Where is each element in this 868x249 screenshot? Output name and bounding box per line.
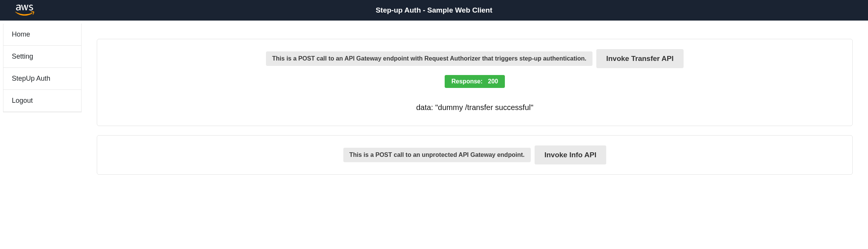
sidebar-item-label: Home [12,30,30,38]
sidebar-item-setting[interactable]: Setting [3,46,81,68]
app-header: Step-up Auth - Sample Web Client [0,0,868,21]
invoke-info-api-button[interactable]: Invoke Info API [535,145,607,164]
transfer-api-card: This is a POST call to an API Gateway en… [97,39,853,126]
main-content: This is a POST call to an API Gateway en… [97,24,868,184]
sidebar-item-label: Logout [12,97,33,104]
info-api-card: This is a POST call to an unprotected AP… [97,135,853,175]
sidebar-item-stepup-auth[interactable]: StepUp Auth [3,68,81,90]
sidebar-item-home[interactable]: Home [3,24,81,46]
response-code: 200 [488,78,498,85]
response-row: Response: 200 [109,68,841,88]
sidebar-item-label: StepUp Auth [12,75,50,82]
invoke-transfer-api-button[interactable]: Invoke Transfer API [596,49,684,68]
api-description: This is a POST call to an API Gateway en… [266,51,593,66]
sidebar-item-logout[interactable]: Logout [3,90,81,112]
card-row: This is a POST call to an API Gateway en… [109,49,841,68]
main-layout: Home Setting StepUp Auth Logout This is … [0,21,868,184]
aws-logo-icon [15,0,34,21]
api-description: This is a POST call to an unprotected AP… [343,148,531,162]
response-status-badge: Response: 200 [445,75,505,88]
response-data-text: data: "dummy /transfer successful" [109,103,841,112]
page-title: Step-up Auth - Sample Web Client [376,6,492,14]
sidebar: Home Setting StepUp Auth Logout [3,24,82,112]
sidebar-item-label: Setting [12,53,33,60]
response-label: Response: [452,78,483,85]
card-row: This is a POST call to an unprotected AP… [109,145,841,164]
